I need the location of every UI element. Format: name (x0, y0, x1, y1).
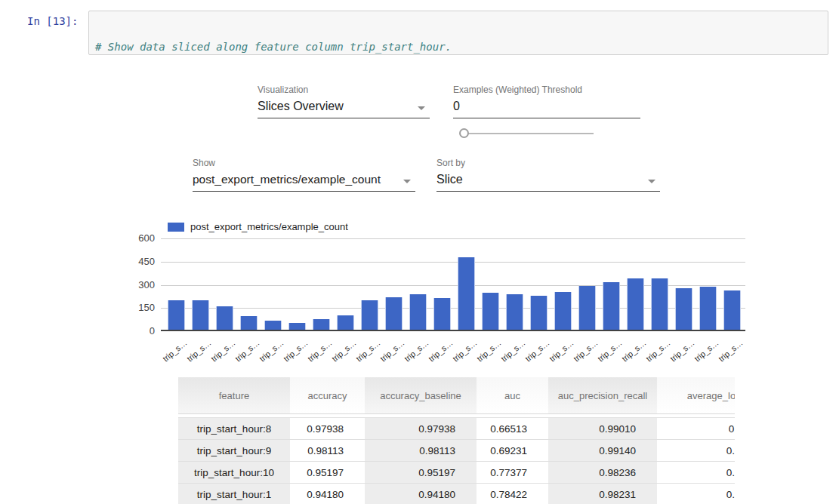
feature-cell: trip_start_hour:10 (178, 462, 290, 483)
visualization-label: Visualization (258, 85, 430, 95)
bar[interactable] (458, 257, 475, 330)
y-axis-tick-label: 450 (121, 256, 155, 267)
bar[interactable] (699, 287, 717, 330)
metric-cell: 0.97938 (365, 418, 477, 439)
table-row: trip_start_hour:90.981130.981130.692310.… (178, 439, 735, 461)
bar[interactable] (506, 294, 523, 330)
bar[interactable] (168, 300, 185, 330)
y-axis-tick-label: 0 (121, 325, 155, 337)
metric-cell: 0.97938 (290, 418, 365, 439)
bar[interactable] (313, 319, 330, 330)
metric-cell: 0.66513 (477, 418, 548, 439)
metric-cell: 0.1541 (657, 462, 735, 483)
sort-by-label: Sort by (436, 158, 660, 168)
bar[interactable] (337, 315, 354, 330)
show-label: Show (193, 158, 415, 168)
visualization-selected-value: Slices Overview (258, 100, 344, 112)
metric-cell: 0.98231 (548, 484, 657, 504)
chart-legend: post_export_metrics/example_count (168, 221, 348, 232)
threshold-slider[interactable] (458, 128, 597, 140)
y-axis-tick-label: 300 (121, 279, 155, 290)
metric-cell: 0.94180 (365, 484, 477, 504)
chevron-down-icon[interactable] (403, 180, 411, 183)
bar[interactable] (651, 278, 668, 330)
y-axis-tick-label: 150 (121, 302, 155, 313)
metric-cell: 0.98236 (548, 462, 657, 483)
visualization-dropdown[interactable]: Visualization Slices Overview (258, 85, 430, 118)
bar[interactable] (482, 293, 499, 330)
table-row: trip_start_hour:100.951970.951970.773770… (178, 461, 735, 483)
feature-cell: trip_start_hour:9 (178, 440, 290, 461)
threshold-input[interactable] (453, 97, 640, 118)
metric-cell: 0.98113 (290, 440, 365, 461)
legend-label: post_export_metrics/example_count (190, 221, 348, 232)
threshold-field[interactable]: Examples (Weighted) Threshold (453, 85, 640, 118)
metric-cell: 0.99010 (548, 418, 657, 439)
table-row: trip_start_hour:10.941800.941800.784220.… (178, 483, 735, 504)
bar[interactable] (603, 282, 620, 330)
metric-cell: 0.95197 (365, 462, 477, 483)
column-header[interactable]: auc (477, 377, 548, 413)
show-metric-dropdown[interactable]: Show post_export_metrics/example_count (193, 158, 415, 192)
table-header-row: featureaccuracyaccuracy_baselineaucauc_p… (178, 377, 735, 414)
legend-swatch-icon (168, 223, 184, 232)
gridline (161, 238, 745, 239)
feature-cell: trip_start_hour:8 (178, 418, 290, 439)
metric-cell: 0.99140 (548, 440, 657, 461)
metric-cell: 0.77377 (477, 462, 548, 483)
bar[interactable] (192, 300, 209, 330)
gridline (161, 262, 745, 263)
metric-cell: 0.78422 (477, 484, 548, 504)
column-header[interactable]: auc_precision_recall (548, 377, 657, 413)
column-header[interactable]: accuracy_baseline (365, 377, 477, 413)
bar[interactable] (675, 288, 692, 330)
bar[interactable] (264, 321, 282, 330)
bar[interactable] (433, 298, 451, 330)
code-cell[interactable]: # Show data sliced along feature column … (88, 11, 828, 55)
notebook-page: In [13]: # Show data sliced along featur… (0, 0, 839, 504)
column-header[interactable]: accuracy (290, 377, 365, 413)
bar[interactable] (288, 323, 306, 330)
bar[interactable] (216, 306, 233, 330)
metric-cell: 0.1901 (657, 484, 735, 504)
code-line-comment: # Show data sliced along feature column … (95, 41, 822, 54)
bar-plot (161, 238, 745, 331)
threshold-label: Examples (Weighted) Threshold (453, 85, 640, 95)
column-header[interactable]: average_loss (657, 377, 735, 413)
bar[interactable] (409, 294, 427, 330)
metric-cell: 0.95197 (290, 462, 365, 483)
bar[interactable] (627, 278, 644, 330)
sort-by-dropdown[interactable]: Sort by Slice (436, 158, 660, 192)
chevron-down-icon[interactable] (418, 106, 425, 110)
slider-track[interactable] (464, 133, 594, 134)
bar[interactable] (578, 286, 596, 330)
metric-cell: 0.69231 (477, 440, 548, 461)
metric-cell: 0.98113 (365, 440, 477, 461)
bar[interactable] (240, 316, 258, 330)
bar[interactable] (554, 292, 572, 330)
show-selected-value: post_export_metrics/example_count (193, 173, 381, 186)
cell-input-prompt: In [13]: (27, 15, 78, 27)
metric-cell: 0.1111 (657, 418, 735, 439)
metric-cell: 0.0892 (657, 440, 735, 461)
bar[interactable] (385, 297, 403, 330)
table-row: trip_start_hour:80.979380.979380.665130.… (178, 417, 735, 439)
y-axis-tick-label: 600 (121, 232, 155, 244)
bar[interactable] (530, 296, 548, 330)
slider-handle[interactable] (459, 128, 469, 138)
metrics-table-inner: featureaccuracyaccuracy_baselineaucauc_p… (178, 377, 735, 504)
column-header[interactable]: feature (178, 377, 290, 413)
metric-cell: 0.94180 (290, 484, 365, 504)
chevron-down-icon[interactable] (648, 180, 655, 183)
bar[interactable] (361, 300, 378, 330)
feature-cell: trip_start_hour:1 (178, 484, 290, 504)
bar[interactable] (723, 290, 741, 330)
sort-by-selected-value: Slice (436, 173, 463, 186)
metrics-table: featureaccuracyaccuracy_baselineaucauc_p… (178, 377, 735, 504)
